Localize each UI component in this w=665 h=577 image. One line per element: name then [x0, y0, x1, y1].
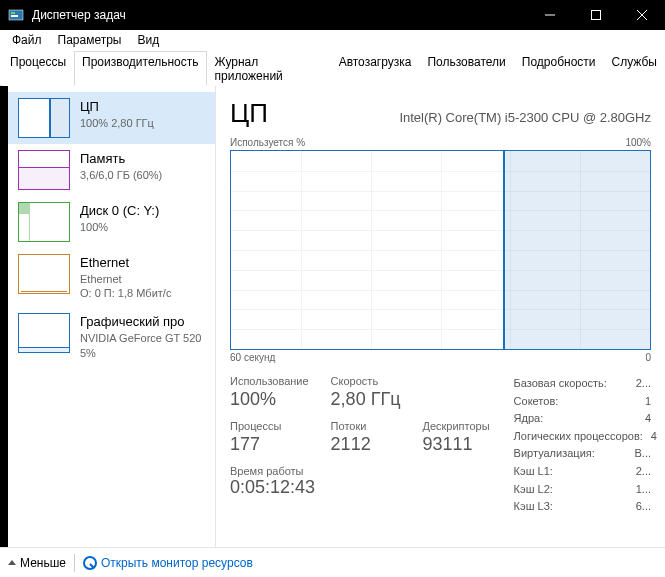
sidebar: ЦП 100% 2,80 ГГц Память 3,6/6,0 ГБ (60%)…: [8, 86, 216, 547]
gpu-sub1: NVIDIA GeForce GT 520: [80, 331, 201, 346]
label-handles: Дескрипторы: [422, 420, 489, 432]
label-speed: Скорость: [331, 375, 401, 387]
resource-monitor-icon: [83, 556, 97, 570]
logical-value: 4: [651, 428, 657, 446]
disk-title: Диск 0 (C: Y:): [80, 202, 159, 220]
detail-header: ЦП Intel(R) Core(TM) i5-2300 CPU @ 2.80G…: [230, 98, 651, 129]
stats: Использование Скорость 100% 2,80 ГГц Про…: [230, 375, 651, 516]
ethernet-sub2: О: 0 П: 1,8 Мбит/с: [80, 286, 171, 301]
minimize-button[interactable]: [527, 0, 573, 30]
sockets-label: Сокетов:: [514, 393, 559, 411]
ethernet-thumb: [18, 254, 70, 294]
memory-title: Память: [80, 150, 162, 168]
sidebar-item-gpu[interactable]: Графический про NVIDIA GeForce GT 520 5%: [8, 307, 215, 366]
stats-right-block: Базовая скорость:2... Сокетов:1 Ядра:4 Л…: [514, 375, 651, 516]
value-uptime: 0:05:12:43: [230, 477, 490, 498]
tab-app-history[interactable]: Журнал приложений: [207, 51, 331, 86]
fewer-details-button[interactable]: Меньше: [8, 556, 66, 570]
open-resource-monitor-label: Открыть монитор ресурсов: [101, 556, 253, 570]
value-speed: 2,80 ГГц: [331, 389, 401, 410]
window-title: Диспетчер задач: [32, 8, 527, 22]
open-resource-monitor-link[interactable]: Открыть монитор ресурсов: [83, 556, 253, 570]
value-processes: 177: [230, 434, 309, 455]
l3-label: Кэш L3:: [514, 498, 553, 516]
chart-label-bottom-right: 0: [645, 352, 651, 363]
ethernet-sub1: Ethernet: [80, 272, 171, 287]
l2-label: Кэш L2:: [514, 481, 553, 499]
titlebar: Диспетчер задач: [0, 0, 665, 30]
logical-label: Логических процессоров:: [514, 428, 643, 446]
tab-performance[interactable]: Производительность: [74, 51, 206, 86]
cores-label: Ядра:: [514, 410, 544, 428]
content: ЦП 100% 2,80 ГГц Память 3,6/6,0 ГБ (60%)…: [0, 86, 665, 547]
tab-services[interactable]: Службы: [604, 51, 665, 86]
label-processes: Процессы: [230, 420, 309, 432]
l2-value: 1...: [636, 481, 651, 499]
svg-rect-1: [11, 12, 15, 14]
maximize-button[interactable]: [573, 0, 619, 30]
value-handles: 93111: [422, 434, 489, 455]
menu-options[interactable]: Параметры: [50, 31, 130, 49]
tabs: Процессы Производительность Журнал прило…: [0, 50, 665, 86]
chart-label-top-left: Используется %: [230, 137, 305, 148]
cores-value: 4: [645, 410, 651, 428]
svg-rect-2: [11, 15, 18, 17]
svg-rect-4: [592, 11, 601, 20]
label-uptime: Время работы: [230, 465, 490, 477]
cpu-model-name: Intel(R) Core(TM) i5-2300 CPU @ 2.80GHz: [399, 110, 651, 125]
label-threads: Потоки: [331, 420, 401, 432]
chart-label-bottom-left: 60 секунд: [230, 352, 275, 363]
cpu-thumb: [18, 98, 70, 138]
footer: Меньше Открыть монитор ресурсов: [0, 547, 665, 577]
tab-processes[interactable]: Процессы: [2, 51, 74, 86]
value-threads: 2112: [331, 434, 401, 455]
value-usage: 100%: [230, 389, 309, 410]
tab-details[interactable]: Подробности: [514, 51, 604, 86]
detail-title: ЦП: [230, 98, 268, 129]
cpu-sub: 100% 2,80 ГГц: [80, 116, 154, 131]
base-speed-label: Базовая скорость:: [514, 375, 607, 393]
chart-label-top-right: 100%: [625, 137, 651, 148]
stats-left-block: Использование Скорость 100% 2,80 ГГц Про…: [230, 375, 490, 516]
close-button[interactable]: [619, 0, 665, 30]
chart-labels-bottom: 60 секунд 0: [230, 352, 651, 363]
chart-labels-top: Используется % 100%: [230, 137, 651, 148]
gpu-thumb: [18, 313, 70, 353]
virt-value: В...: [634, 445, 651, 463]
label-usage: Использование: [230, 375, 309, 387]
memory-thumb: [18, 150, 70, 190]
ethernet-title: Ethernet: [80, 254, 171, 272]
chart-fill: [503, 151, 650, 349]
app-icon: [8, 7, 24, 23]
sockets-value: 1: [645, 393, 651, 411]
menu-file[interactable]: Файл: [4, 31, 50, 49]
sidebar-item-ethernet[interactable]: Ethernet Ethernet О: 0 П: 1,8 Мбит/с: [8, 248, 215, 307]
sidebar-item-disk[interactable]: Диск 0 (C: Y:) 100%: [8, 196, 215, 248]
menubar: Файл Параметры Вид: [0, 30, 665, 50]
base-speed-value: 2...: [636, 375, 651, 393]
window-buttons: [527, 0, 665, 30]
left-dark-strip: [0, 86, 8, 547]
cpu-usage-chart[interactable]: [230, 150, 651, 350]
virt-label: Виртуализация:: [514, 445, 595, 463]
sidebar-item-memory[interactable]: Память 3,6/6,0 ГБ (60%): [8, 144, 215, 196]
memory-sub: 3,6/6,0 ГБ (60%): [80, 168, 162, 183]
gpu-title: Графический про: [80, 313, 201, 331]
disk-thumb: [18, 202, 70, 242]
disk-sub: 100%: [80, 220, 159, 235]
menu-view[interactable]: Вид: [129, 31, 167, 49]
chevron-up-icon: [8, 560, 16, 565]
sidebar-item-cpu[interactable]: ЦП 100% 2,80 ГГц: [8, 92, 215, 144]
detail-pane: ЦП Intel(R) Core(TM) i5-2300 CPU @ 2.80G…: [216, 86, 665, 547]
footer-divider: [74, 554, 75, 572]
l1-value: 2...: [636, 463, 651, 481]
tab-startup[interactable]: Автозагрузка: [331, 51, 420, 86]
fewer-details-label: Меньше: [20, 556, 66, 570]
l3-value: 6...: [636, 498, 651, 516]
gpu-sub2: 5%: [80, 346, 201, 361]
tab-users[interactable]: Пользователи: [419, 51, 513, 86]
l1-label: Кэш L1:: [514, 463, 553, 481]
cpu-title: ЦП: [80, 98, 154, 116]
